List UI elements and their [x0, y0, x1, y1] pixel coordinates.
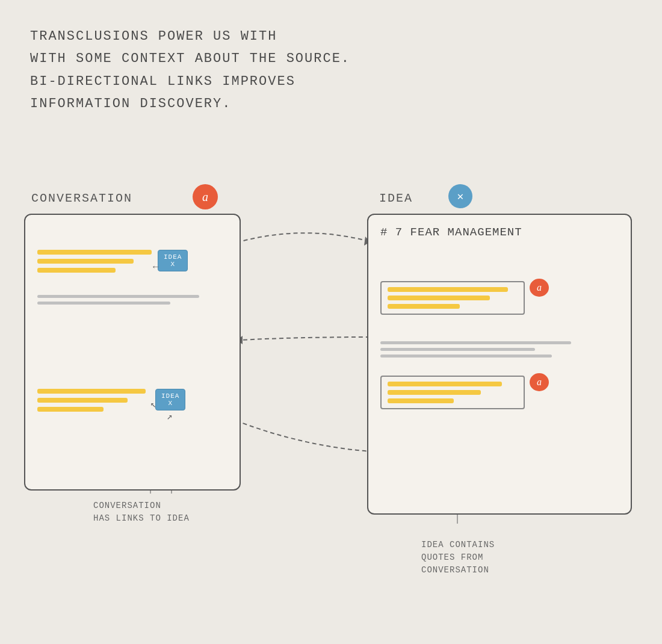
conv-yellow-line-6 [37, 407, 104, 412]
conv-arrow-2: ↖ [150, 398, 156, 410]
main-page: TRANSCLUSIONS POWER US WITH WITH SOME CO… [0, 0, 662, 644]
conv-yellow-line-5 [37, 398, 128, 403]
conv-section-1: IDEAX ← [37, 250, 227, 289]
annotation-conv-line1: CONVERSATION [93, 500, 190, 512]
idea-red-badge-1: a [530, 279, 549, 297]
conversation-badge-icon: a [202, 190, 208, 204]
header-line1: TRANSCLUSIONS POWER US WITH [30, 25, 350, 48]
conversation-card: IDEAX ← IDEAX ↖ ↗ [24, 214, 241, 491]
conv-yellow-line-1 [37, 250, 152, 255]
idea-badge-icon: ✕ [457, 190, 464, 203]
idea-label: IDEA [379, 191, 413, 205]
conv-gray-lines [37, 295, 227, 305]
annotation-idea-line1: IDEA CONTAINS [421, 539, 495, 551]
annotation-idea-line3: CONVERSATION [421, 564, 495, 577]
header-line3: BI-DIRECTIONAL LINKS IMPROVES [30, 70, 350, 93]
conversation-badge: a [193, 184, 218, 209]
conv-idea-tag-1: IDEAX [158, 250, 188, 271]
header-line4: INFORMATION DISCOVERY. [30, 93, 350, 115]
conv-arrow-1: ← [153, 262, 159, 273]
conv-yellow-line-4 [37, 389, 146, 394]
header-text: TRANSCLUSIONS POWER US WITH WITH SOME CO… [30, 25, 350, 116]
conv-arrow-3: ↗ [167, 410, 173, 423]
conversation-label: CONVERSATION [31, 191, 132, 205]
idea-section-highlights-1: a [380, 281, 619, 329]
conv-yellow-line-3 [37, 268, 116, 273]
header-line2: WITH SOME CONTEXT ABOUT THE SOURCE. [30, 48, 350, 70]
conv-yellow-line-2 [37, 259, 134, 264]
annotation-conversation: CONVERSATION HAS LINKS TO IDEA [93, 500, 190, 525]
conv-idea-tag-2: IDEAX [155, 389, 185, 410]
idea-badge: ✕ [448, 184, 472, 208]
idea-red-badge-2: a [530, 373, 549, 391]
idea-card: # 7 FEAR MANAGEMENT a [367, 214, 632, 515]
annotation-conv-line2: HAS LINKS TO IDEA [93, 512, 190, 525]
idea-section-lines [380, 341, 619, 358]
idea-section-highlights-2: a [380, 376, 619, 424]
conv-section-2: IDEAX ↖ ↗ [37, 389, 227, 428]
annotation-idea-line2: QUOTES FROM [421, 551, 495, 564]
annotation-idea: IDEA CONTAINS QUOTES FROM CONVERSATION [421, 539, 495, 577]
idea-card-title: # 7 FEAR MANAGEMENT [380, 226, 619, 239]
